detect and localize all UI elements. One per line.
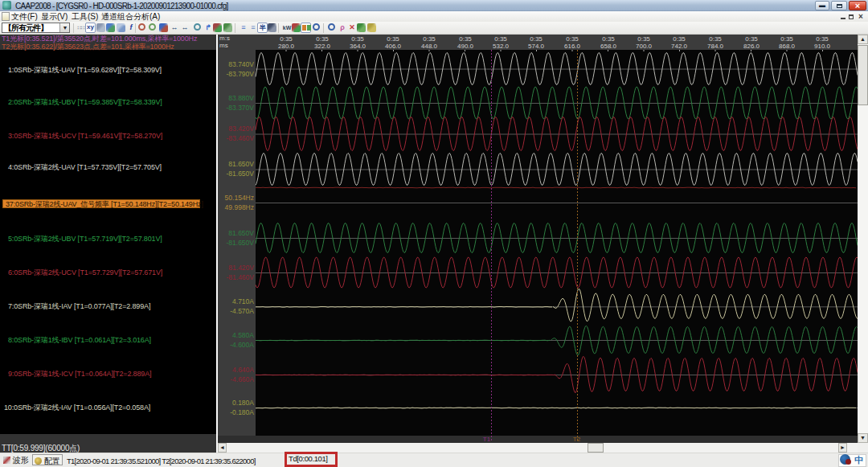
svg-text:T1: T1 xyxy=(483,436,491,443)
svg-text:T2: T2 xyxy=(573,436,581,443)
